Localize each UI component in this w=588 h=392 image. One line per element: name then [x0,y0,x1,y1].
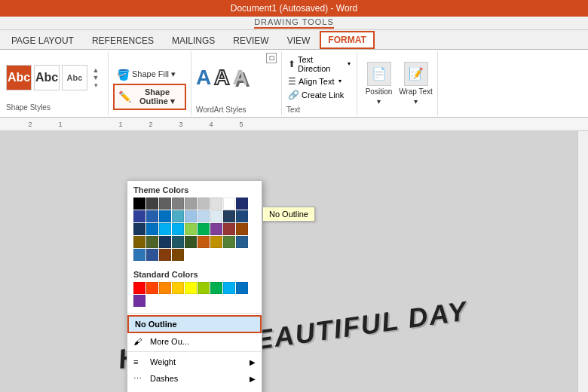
wordart-a-filled[interactable]: A [196,66,211,90]
dashes-arrow: ▶ [250,375,256,383]
theme-color-swatch[interactable] [223,223,235,235]
theme-color-swatch[interactable] [185,210,197,222]
abc-btn-2[interactable]: Abc [34,65,60,90]
theme-color-swatch[interactable] [133,223,145,235]
theme-color-swatch[interactable] [146,223,158,235]
abc-btn-3[interactable]: Abc [62,65,87,90]
drawing-tools-bar: DRAWING TOOLS [0,17,588,30]
theme-color-swatch[interactable] [185,223,197,235]
title-bar: Document1 (Autosaved) - Word [0,0,588,17]
theme-colors-section: Theme Colors [127,181,262,265]
weight-item[interactable]: ≡ Weight ▶ [127,354,262,370]
tab-mailings[interactable]: MAILINGS [164,32,223,49]
theme-color-swatch[interactable] [236,223,248,235]
dashes-item[interactable]: ⋯ Dashes ▶ [127,370,262,387]
text-group-label: Text [286,104,352,114]
shape-fill-label: Shape Fill ▾ [132,69,176,79]
theme-color-swatch[interactable] [198,223,210,235]
create-link-button[interactable]: 🔗 Create Link [286,89,352,101]
theme-color-swatch[interactable] [133,198,145,210]
more-outline-item[interactable]: 🖌 More Ou... [127,333,262,350]
position-button[interactable]: 📄 Position ▾ [362,62,396,106]
standard-color-swatch[interactable] [133,282,145,294]
theme-color-swatch[interactable] [159,223,171,235]
ribbon-tabs: PAGE LAYOUT REFERENCES MAILINGS REVIEW V… [0,30,588,50]
theme-color-swatch[interactable] [210,223,222,235]
wordart-expand-icon[interactable]: ☐ [266,53,277,63]
theme-color-swatch[interactable] [210,210,222,222]
position-icon: 📄 [367,62,391,86]
position-arrow: ▾ [377,97,381,106]
standard-colors-title: Standard Colors [133,270,256,279]
standard-color-swatch[interactable] [210,282,222,294]
shape-outline-button[interactable]: ✏️ Shape Outline ▾ [113,84,186,110]
standard-color-swatch[interactable] [198,282,210,294]
theme-color-swatch[interactable] [236,236,248,248]
wrap-text-label: Wrap Text [399,87,433,96]
standard-color-swatch[interactable] [133,295,145,307]
theme-color-swatch[interactable] [185,236,197,248]
theme-color-swatch[interactable] [223,210,235,222]
wrap-text-button[interactable]: 📝 Wrap Text ▾ [399,62,433,106]
standard-color-swatch[interactable] [172,282,184,294]
theme-color-swatch[interactable] [198,210,210,222]
theme-color-swatch[interactable] [159,236,171,248]
theme-colors-title: Theme Colors [133,185,256,194]
standard-color-swatch[interactable] [236,282,248,294]
tab-review[interactable]: REVIEW [225,32,277,49]
tab-page-layout[interactable]: PAGE LAYOUT [3,32,82,49]
shape-styles-scrollbar[interactable]: ▲ ▼ ▾ [90,66,101,89]
theme-color-swatch[interactable] [172,198,184,210]
theme-color-swatch[interactable] [172,236,184,248]
drawing-tools-label: DRAWING TOOLS [254,17,334,29]
no-outline-tooltip: No Outline [262,207,315,222]
text-direction-button[interactable]: ⬆ Text Direction ▾ [286,54,352,74]
arrows-item[interactable]: ↔ Arrows ▶ [127,387,262,392]
theme-color-swatch[interactable] [172,249,184,261]
wrap-text-icon: 📝 [404,62,428,86]
theme-color-swatch[interactable] [223,236,235,248]
theme-color-swatch[interactable] [210,198,222,210]
theme-color-swatch[interactable] [133,236,145,248]
theme-color-swatch[interactable] [210,236,222,248]
text-direction-arrow: ▾ [348,60,351,67]
theme-color-swatch[interactable] [146,198,158,210]
create-link-icon: 🔗 [288,90,299,100]
standard-color-swatch[interactable] [185,282,197,294]
theme-color-swatch[interactable] [185,198,197,210]
vertical-scrollbar[interactable] [577,131,588,392]
theme-color-swatch[interactable] [146,249,158,261]
theme-color-swatch[interactable] [159,249,171,261]
theme-color-swatch[interactable] [236,210,248,222]
theme-color-swatch[interactable] [133,249,145,261]
theme-color-swatch[interactable] [133,210,145,222]
theme-color-swatch[interactable] [198,236,210,248]
align-text-button[interactable]: ☰ Align Text ▾ [286,75,352,87]
abc-btn-1[interactable]: Abc [6,65,32,90]
wordart-a-outline[interactable]: A [214,66,229,90]
weight-label: Weight [150,357,176,366]
shape-fill-button[interactable]: 🪣 Shape Fill ▾ [113,66,186,83]
theme-color-swatch[interactable] [146,210,158,222]
theme-color-swatch[interactable] [198,198,210,210]
no-outline-item[interactable]: No Outline [127,315,262,333]
weight-icon: ≡ [133,357,147,367]
divider-1 [127,313,262,314]
standard-color-swatch[interactable] [223,282,235,294]
standard-color-swatch[interactable] [146,282,158,294]
tab-view[interactable]: VIEW [279,32,319,49]
theme-color-swatch[interactable] [146,236,158,248]
theme-color-swatch[interactable] [172,223,184,235]
text-direction-label: Text Direction [298,55,344,73]
wordart-a-shadow[interactable]: A [232,66,247,90]
theme-color-swatch[interactable] [172,210,184,222]
theme-color-swatch[interactable] [236,198,248,210]
theme-color-swatch[interactable] [159,210,171,222]
theme-color-swatch[interactable] [223,198,235,210]
standard-color-swatch[interactable] [159,282,171,294]
ruler-mark-7: 5 [226,121,256,128]
tab-references[interactable]: REFERENCES [84,32,162,49]
ruler-mark-3: 1 [106,121,136,128]
theme-color-swatch[interactable] [159,198,171,210]
tab-format[interactable]: FORMAT [320,31,374,49]
